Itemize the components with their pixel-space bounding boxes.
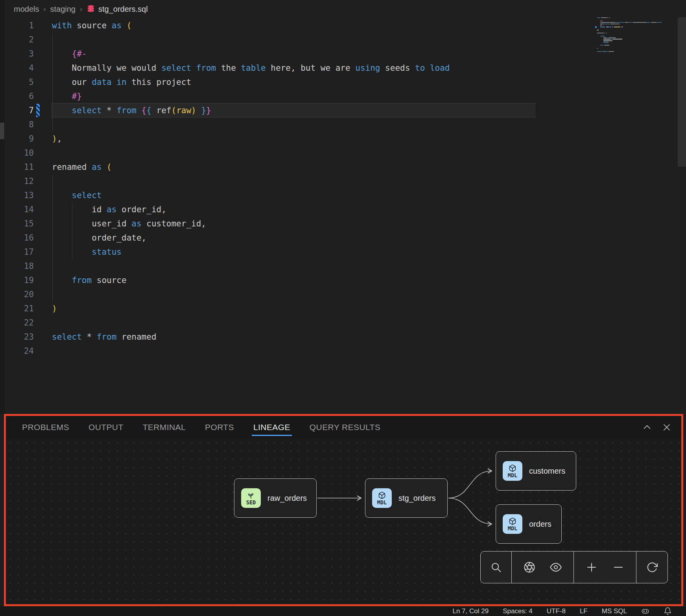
eye-icon (550, 561, 562, 573)
code-line-17[interactable]: 17 status (0, 245, 590, 259)
indent-guide (72, 202, 72, 259)
node-badge-mdl: MDL (372, 488, 392, 508)
code-line-13[interactable]: 13 select (0, 188, 590, 202)
zoom-in-button[interactable] (583, 559, 600, 576)
node-badge-label: MDL (508, 526, 517, 531)
indent-guide (52, 174, 53, 302)
line-number: 3 (0, 47, 34, 61)
code-line-11[interactable]: 11renamed as ( (0, 160, 590, 174)
chevron-up-panel-button[interactable] (642, 422, 652, 432)
status-bell-button[interactable] (664, 607, 672, 615)
code-text: user_id as customer_id, (52, 217, 206, 231)
status-cursor-position[interactable]: Ln 7, Col 29 (452, 607, 489, 615)
code-line-16[interactable]: 16 order_date, (0, 231, 590, 245)
eye-button[interactable] (547, 559, 564, 576)
line-number: 13 (0, 188, 34, 202)
line-number: 24 (0, 344, 34, 358)
code-line-9[interactable]: 9), (0, 132, 590, 146)
lineage-node-orders[interactable]: MDLorders (496, 504, 562, 544)
toolbar-group (511, 552, 574, 583)
status-copilot-button[interactable] (641, 607, 649, 615)
code-line-2[interactable]: 2 (0, 33, 590, 47)
tab-output[interactable]: OUTPUT (89, 416, 124, 439)
seedling-icon (247, 491, 255, 499)
code-line-19[interactable]: 19 from source (0, 273, 590, 287)
node-label: customers (529, 467, 565, 476)
code-text: with source as ( (52, 18, 131, 33)
code-line-23[interactable]: 23select * from renamed (0, 330, 590, 344)
code-line-7[interactable]: 7 select * from {{ ref(raw) }} (0, 103, 590, 118)
refresh-button[interactable] (644, 559, 661, 576)
code-line-24[interactable]: 24 (0, 344, 590, 358)
code-line-4[interactable]: 4 Normally we would select from the tabl… (0, 61, 590, 75)
code-line-18[interactable]: 18 (0, 259, 590, 273)
status-bar: Ln 7, Col 29Spaces: 4UTF-8LFMS SQL (0, 606, 686, 616)
breadcrumb-separator: › (80, 5, 82, 13)
cube-icon (509, 517, 516, 525)
line-number: 23 (0, 330, 34, 344)
code-line-6[interactable]: 6 #} (0, 89, 590, 103)
lineage-toolbar (480, 551, 668, 583)
lineage-node-customers[interactable]: MDLcustomers (496, 451, 576, 491)
zoom-out-icon (612, 561, 624, 573)
aperture-button[interactable] (521, 559, 538, 576)
tab-problems[interactable]: PROBLEMS (22, 416, 69, 439)
lineage-canvas[interactable]: SEDraw_ordersMDLstg_ordersMDLcustomersMD… (6, 439, 681, 604)
code-line-21[interactable]: 21) (0, 302, 590, 316)
code-line-5[interactable]: 5 our data in this project (0, 75, 590, 89)
panel-tab-bar: PROBLEMSOUTPUTTERMINALPORTSLINEAGEQUERY … (6, 416, 681, 439)
toolbar-group (481, 552, 511, 583)
indent-guide (52, 33, 53, 132)
close-icon (662, 422, 672, 432)
line-number: 17 (0, 245, 34, 259)
status-indentation[interactable]: Spaces: 4 (503, 607, 533, 615)
code-line-10[interactable]: 10 (0, 146, 590, 160)
line-number: 10 (0, 146, 34, 160)
search-icon (490, 561, 502, 573)
code-text: #} (52, 89, 82, 103)
line-number: 12 (0, 174, 34, 188)
tab-lineage[interactable]: LINEAGE (253, 416, 290, 439)
close-panel-button[interactable] (662, 422, 672, 432)
line-number: 7 (0, 103, 34, 118)
line-number: 22 (0, 316, 34, 330)
toolbar-group (636, 552, 668, 583)
status-eol-sequence[interactable]: LF (580, 607, 588, 615)
line-number: 1 (0, 18, 34, 33)
tab-ports[interactable]: PORTS (205, 416, 234, 439)
lineage-node-stg_orders[interactable]: MDLstg_orders (365, 478, 448, 518)
code-line-14[interactable]: 14 id as order_id, (0, 202, 590, 217)
editor-region: models›staging›stg_orders.sql 1with sour… (0, 0, 686, 414)
tab-terminal[interactable]: TERMINAL (143, 416, 186, 439)
breadcrumb-file[interactable]: stg_orders.sql (87, 5, 148, 14)
minimap-modified-marker (595, 26, 597, 28)
refresh-icon (646, 561, 658, 573)
status-encoding[interactable]: UTF-8 (547, 607, 566, 615)
node-label: stg_orders (398, 494, 436, 503)
code-line-20[interactable]: 20 (0, 287, 590, 302)
breadcrumb-separator: › (43, 5, 46, 13)
breadcrumb-item-models[interactable]: models (14, 5, 39, 14)
code-text: select * from {{ ref(raw) }} (52, 103, 211, 118)
line-number: 16 (0, 231, 34, 245)
node-badge-mdl: MDL (503, 514, 522, 534)
lineage-node-raw_orders[interactable]: SEDraw_orders (234, 478, 317, 518)
status-language-mode[interactable]: MS SQL (602, 607, 627, 615)
code-line-8[interactable]: 8 (0, 118, 590, 132)
edge-stg_orders-to-customers (448, 471, 492, 498)
code-line-22[interactable]: 22 (0, 316, 590, 330)
code-text: from source (52, 273, 127, 287)
line-number: 5 (0, 75, 34, 89)
code-line-1[interactable]: 1with source as ( (0, 18, 590, 33)
minimap[interactable] (597, 17, 670, 54)
code-line-12[interactable]: 12 (0, 174, 590, 188)
tab-query-results[interactable]: QUERY RESULTS (310, 416, 380, 439)
line-number: 8 (0, 118, 34, 132)
code-line-3[interactable]: 3 {#- (0, 47, 590, 61)
search-button[interactable] (487, 559, 505, 576)
line-number: 15 (0, 217, 34, 231)
zoom-out-button[interactable] (610, 559, 627, 576)
editor-scrollbar[interactable] (678, 17, 686, 167)
breadcrumb-item-staging[interactable]: staging (50, 5, 76, 14)
code-line-15[interactable]: 15 user_id as customer_id, (0, 217, 590, 231)
